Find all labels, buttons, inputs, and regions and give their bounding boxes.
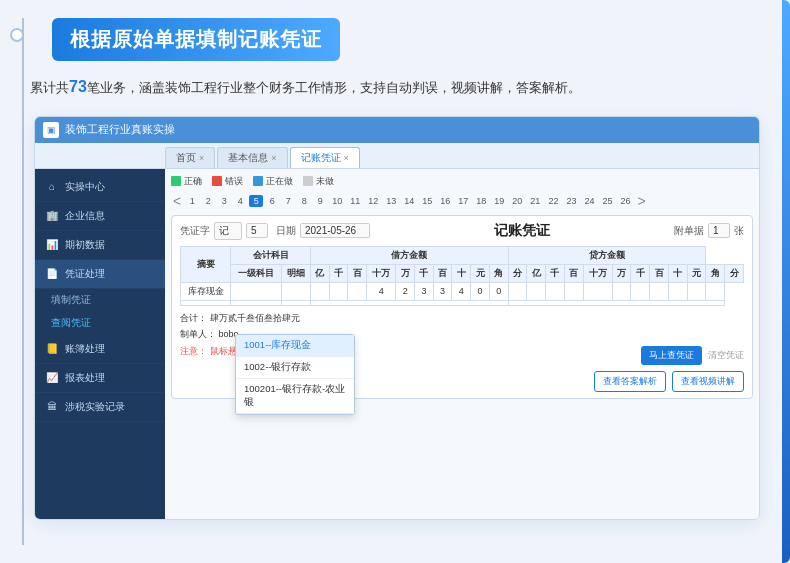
account-dropdown[interactable]: 1001--库存现金 1002--银行存款 100201--银行存款-农业银	[235, 334, 355, 415]
page-num-12[interactable]: 12	[365, 195, 381, 207]
page-num-10[interactable]: 10	[329, 195, 345, 207]
cert-type-input[interactable]: 记	[214, 222, 242, 240]
page-num-1[interactable]: 1	[185, 195, 199, 207]
sidebar-item-company[interactable]: 🏢 企业信息	[35, 202, 165, 231]
row1-d4[interactable]: 4	[367, 282, 396, 300]
row1-d7[interactable]: 3	[433, 282, 452, 300]
row1-c10[interactable]	[687, 282, 706, 300]
row1-d3[interactable]	[348, 282, 367, 300]
row2-detail[interactable]	[281, 300, 310, 305]
row1-c2[interactable]	[527, 282, 546, 300]
page-num-17[interactable]: 17	[455, 195, 471, 207]
app-icon: ▣	[43, 122, 59, 138]
prev-page-btn[interactable]: <	[171, 193, 183, 209]
row1-detail[interactable]	[281, 282, 310, 300]
page-num-15[interactable]: 15	[419, 195, 435, 207]
title-banner: 根据原始单据填制记账凭证	[52, 18, 340, 61]
page-num-20[interactable]: 20	[509, 195, 525, 207]
row1-d8[interactable]: 4	[452, 282, 471, 300]
page-num-4[interactable]: 4	[233, 195, 247, 207]
row1-c5[interactable]	[583, 282, 612, 300]
tab-basic-info[interactable]: 基本信息 ×	[217, 147, 287, 168]
dropdown-item-1002[interactable]: 1002--银行存款	[236, 357, 354, 379]
sidebar-sub-fill[interactable]: 填制凭证	[35, 289, 165, 312]
row1-d1[interactable]	[310, 282, 329, 300]
page-num-26[interactable]: 26	[617, 195, 633, 207]
row1-d2[interactable]	[329, 282, 348, 300]
row1-summary[interactable]: 库存现金	[181, 282, 231, 300]
date-row: 日期 2021-05-26	[276, 223, 370, 238]
row1-c8[interactable]	[650, 282, 669, 300]
row1-c11[interactable]	[706, 282, 725, 300]
row1-d9[interactable]: 0	[471, 282, 490, 300]
subject-header: 一级科目	[231, 264, 281, 282]
next-page-btn[interactable]: >	[635, 193, 647, 209]
page-num-23[interactable]: 23	[563, 195, 579, 207]
sidebar-item-practice[interactable]: ⌂ 实操中心	[35, 173, 165, 202]
row1-c1[interactable]	[508, 282, 527, 300]
cert-no-input[interactable]: 5	[246, 223, 268, 238]
page-num-16[interactable]: 16	[437, 195, 453, 207]
view-answer-btn[interactable]: 查看答案解析	[594, 371, 666, 392]
date-input[interactable]: 2021-05-26	[300, 223, 370, 238]
voucher-header: 凭证字 记 5 日期 2021-05-26 记账凭证 附单据 1 张	[180, 222, 744, 240]
doc-icon: 📄	[45, 267, 59, 281]
page-num-22[interactable]: 22	[545, 195, 561, 207]
row1-c9[interactable]	[668, 282, 687, 300]
row2-debit[interactable]	[310, 300, 508, 305]
page-num-6[interactable]: 6	[265, 195, 279, 207]
row1-c6[interactable]	[612, 282, 631, 300]
page-num-2[interactable]: 2	[201, 195, 215, 207]
sidebar-item-tax[interactable]: 🏛 涉税实验记录	[35, 393, 165, 422]
page-num-14[interactable]: 14	[401, 195, 417, 207]
ch-fen: 分	[725, 264, 744, 282]
page-num-11[interactable]: 11	[347, 195, 363, 207]
sidebar-item-ledger[interactable]: 📒 账簿处理	[35, 335, 165, 364]
page-num-8[interactable]: 8	[297, 195, 311, 207]
attach-input[interactable]: 1	[708, 223, 730, 238]
page-num-21[interactable]: 21	[527, 195, 543, 207]
row1-subject[interactable]	[231, 282, 281, 300]
sidebar: ⌂ 实操中心 🏢 企业信息 📊 期初数据 📄 凭证处理 填制凭证	[35, 169, 165, 519]
dh-shi: 十	[452, 264, 471, 282]
sidebar-item-voucher[interactable]: 📄 凭证处理	[35, 260, 165, 289]
page-num-24[interactable]: 24	[581, 195, 597, 207]
row1-d5[interactable]: 2	[396, 282, 415, 300]
voucher-table: 摘要 会计科目 借方金额 贷方金额 一级科目 明细 亿 千 百	[180, 246, 744, 306]
page-num-25[interactable]: 25	[599, 195, 615, 207]
tab-voucher[interactable]: 记账凭证 ×	[290, 147, 360, 168]
page-num-13[interactable]: 13	[383, 195, 399, 207]
sidebar-item-report[interactable]: 📈 报表处理	[35, 364, 165, 393]
page-num-7[interactable]: 7	[281, 195, 295, 207]
debit-header: 借方金额	[310, 246, 508, 264]
tab-home[interactable]: 首页 ×	[165, 147, 215, 168]
page-num-18[interactable]: 18	[473, 195, 489, 207]
row2-credit[interactable]	[508, 300, 724, 305]
row1-c4[interactable]	[564, 282, 583, 300]
ch-yuan: 元	[687, 264, 706, 282]
page-title: 根据原始单据填制记账凭证	[70, 28, 322, 50]
app-topbar: ▣ 装饰工程行业真账实操	[35, 117, 759, 143]
dropdown-item-1001[interactable]: 1001--库存现金	[236, 335, 354, 357]
row1-c7[interactable]	[631, 282, 650, 300]
page-num-9[interactable]: 9	[313, 195, 327, 207]
app-body: ⌂ 实操中心 🏢 企业信息 📊 期初数据 📄 凭证处理 填制凭证	[35, 169, 759, 519]
row1-d6[interactable]: 3	[415, 282, 434, 300]
page-num-3[interactable]: 3	[217, 195, 231, 207]
page-num-19[interactable]: 19	[491, 195, 507, 207]
row2-subject[interactable]	[231, 300, 281, 305]
page-num-5[interactable]: 5	[249, 195, 263, 207]
clear-voucher-btn[interactable]: 清空凭证	[708, 349, 744, 362]
undone-dot	[303, 176, 313, 186]
ch-baiwan: 百	[564, 264, 583, 282]
view-voucher-btn[interactable]: 马上查凭证	[641, 346, 702, 365]
dropdown-item-100201[interactable]: 100201--银行存款-农业银	[236, 379, 354, 414]
sidebar-item-init-data[interactable]: 📊 期初数据	[35, 231, 165, 260]
view-video-btn[interactable]: 查看视频讲解	[672, 371, 744, 392]
row1-c3[interactable]	[546, 282, 565, 300]
sidebar-sub-view[interactable]: 查阅凭证	[35, 312, 165, 335]
row1-d10[interactable]: 0	[489, 282, 508, 300]
building-icon: 🏢	[45, 209, 59, 223]
row2-summary[interactable]	[181, 300, 231, 305]
bottom-area: 合计： 肆万贰千叁佰叁拾肆元 制单人： bobo 注意： 鼠标悬浮于此查看行数	[180, 312, 744, 392]
